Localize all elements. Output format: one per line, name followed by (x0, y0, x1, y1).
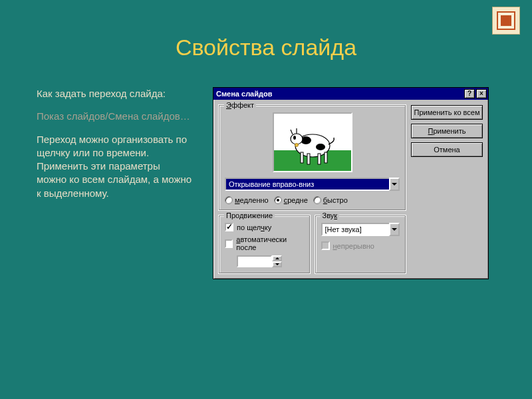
close-button[interactable]: × (476, 89, 487, 98)
description-text: Как задать переход слайда: Показ слайдов… (37, 87, 193, 279)
chevron-down-icon[interactable] (389, 178, 400, 191)
desc-p2: Показ слайдов/Смена слайдов… (37, 110, 193, 123)
checkbox-icon (225, 239, 233, 248)
spin-down-icon[interactable] (272, 261, 282, 267)
speed-fast-label: быстро (323, 196, 348, 204)
advance-group-label: Продвижение (224, 211, 275, 219)
speed-slow-label: медленно (235, 196, 269, 204)
svg-rect-5 (301, 152, 303, 163)
svg-point-9 (291, 134, 303, 144)
loop-sound-label: непрерывно (333, 242, 374, 250)
radio-icon (225, 196, 233, 204)
slide-transition-dialog: Смена слайдов ? × Эффект (213, 87, 489, 279)
presentation-icon (492, 7, 520, 35)
advance-group: Продвижение по щелчку автоматически посл… (219, 215, 310, 273)
svg-point-4 (316, 144, 325, 150)
dialog-title: Смена слайдов (216, 90, 463, 98)
transition-preview[interactable] (273, 112, 352, 172)
desc-p3: Переход можно организовать по щелчку или… (37, 133, 193, 200)
checkbox-icon (225, 223, 233, 231)
apply-button[interactable]: Применить (411, 124, 483, 138)
speed-medium-label: средне (284, 196, 308, 204)
sound-combo[interactable]: [Нет звука] (321, 223, 400, 236)
cancel-button[interactable]: Отмена (411, 142, 483, 157)
svg-rect-8 (325, 152, 327, 163)
auto-after-checkbox[interactable]: автоматически после (225, 235, 304, 251)
effect-group-label: Эффект (224, 101, 256, 109)
delay-spinner[interactable] (272, 255, 282, 267)
sound-group-label: Звук (321, 211, 340, 219)
checkbox-icon (321, 241, 330, 250)
page-title: Свойства слайда (0, 35, 532, 61)
svg-point-10 (293, 136, 296, 140)
loop-sound-checkbox: непрерывно (321, 241, 400, 250)
delay-field[interactable] (237, 255, 282, 267)
radio-icon (313, 196, 321, 204)
svg-rect-7 (318, 154, 321, 164)
radio-icon (274, 196, 282, 204)
svg-point-11 (295, 144, 298, 147)
on-click-label: по щелчку (237, 223, 271, 231)
auto-after-label: автоматически после (236, 235, 303, 251)
desc-p1: Как задать переход слайда: (37, 87, 193, 100)
sound-group: Звук [Нет звука] непрерывно (315, 215, 406, 273)
delay-value[interactable] (237, 255, 272, 267)
effect-group: Эффект (219, 105, 406, 210)
effect-selected: Открывание вправо-вниз (225, 178, 389, 191)
speed-radios: медленно средне быстро (225, 196, 400, 204)
dialog-titlebar[interactable]: Смена слайдов ? × (213, 88, 488, 100)
speed-slow-radio[interactable]: медленно (225, 196, 269, 204)
sound-selected: [Нет звука] (321, 223, 390, 236)
speed-medium-radio[interactable]: средне (274, 196, 308, 204)
spin-up-icon[interactable] (272, 255, 282, 261)
svg-rect-6 (307, 154, 310, 164)
effect-combo[interactable]: Открывание вправо-вниз (225, 178, 400, 191)
speed-fast-radio[interactable]: быстро (313, 196, 348, 204)
chevron-down-icon[interactable] (389, 223, 400, 236)
help-button[interactable]: ? (464, 89, 475, 98)
apply-all-button[interactable]: Применить ко всем (411, 105, 483, 120)
on-click-checkbox[interactable]: по щелчку (225, 223, 304, 231)
